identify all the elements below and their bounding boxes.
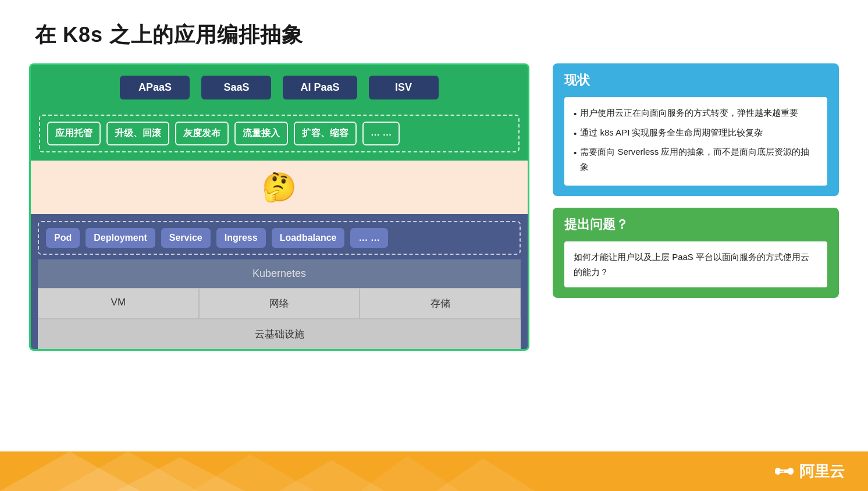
ingress-btn[interactable]: Ingress (216, 228, 266, 248)
loadbalance-btn[interactable]: Loadbalance (272, 228, 345, 248)
feature-upgrade[interactable]: 升级、回滚 (106, 122, 169, 145)
status-title: 现状 (564, 72, 827, 89)
question-box: 提出问题？ 如何才能让用户以及上层 PaaS 平台以面向服务的方式使用云的能力？ (553, 208, 839, 298)
saas-btn[interactable]: SaaS (201, 76, 271, 99)
question-text: 如何才能让用户以及上层 PaaS 平台以面向服务的方式使用云的能力？ (574, 250, 818, 279)
emoji-section: 🤔 (31, 161, 528, 214)
feature-hosting[interactable]: 应用托管 (47, 122, 101, 145)
resource-more-btn[interactable]: … … (350, 228, 387, 248)
question-body: 如何才能让用户以及上层 PaaS 平台以面向服务的方式使用云的能力？ (564, 241, 827, 287)
pod-btn[interactable]: Pod (46, 228, 80, 248)
vm-cell: VM (38, 288, 199, 319)
kubernetes-label: Kubernetes (38, 259, 521, 288)
deployment-btn[interactable]: Deployment (86, 228, 155, 248)
footer: ⊣ 阿里云 (0, 451, 868, 491)
main-content: APaaS SaaS AI PaaS ISV 应用托管 升级、回滚 灰度发布 流… (0, 63, 868, 351)
svg-text:⊣: ⊣ (779, 468, 785, 475)
aipaas-btn[interactable]: AI PaaS (283, 76, 357, 99)
aliyun-logo-icon: ⊣ (774, 461, 795, 482)
service-btn[interactable]: Service (161, 228, 211, 248)
bullet-1: • (574, 106, 577, 122)
svg-marker-6 (436, 458, 535, 491)
feature-more[interactable]: … … (362, 122, 400, 145)
confused-emoji: 🤔 (262, 171, 297, 204)
feature-traffic[interactable]: 流量接入 (234, 122, 288, 145)
status-text-3: 需要面向 Serverless 应用的抽象，而不是面向底层资源的抽象 (580, 144, 818, 174)
aliyun-text: 阿里云 (799, 461, 845, 482)
bullet-3: • (574, 145, 577, 161)
top-section: APaaS SaaS AI PaaS ISV (31, 65, 528, 110)
storage-cell: 存储 (360, 288, 521, 319)
diagram-outer: APaaS SaaS AI PaaS ISV 应用托管 升级、回滚 灰度发布 流… (29, 63, 529, 351)
question-title: 提出问题？ (564, 216, 827, 233)
status-box: 现状 • 用户使用云正在向面向服务的方式转变，弹性越来越重要 • 通过 k8s … (553, 63, 839, 196)
status-item-2: • 通过 k8s API 实现服务全生命周期管理比较复杂 (574, 125, 818, 141)
status-text-2: 通过 k8s API 实现服务全生命周期管理比较复杂 (580, 125, 763, 140)
apaas-btn[interactable]: APaaS (120, 76, 190, 99)
page-title: 在 K8s 之上的应用编排抽象 (0, 0, 868, 63)
feature-scaling[interactable]: 扩容、缩容 (294, 122, 357, 145)
status-item-1: • 用户使用云正在向面向服务的方式转变，弹性越来越重要 (574, 105, 818, 122)
aliyun-logo: ⊣ 阿里云 (774, 461, 845, 482)
status-item-3: • 需要面向 Serverless 应用的抽象，而不是面向底层资源的抽象 (574, 144, 818, 174)
bullet-2: • (574, 126, 577, 141)
status-text-1: 用户使用云正在向面向服务的方式转变，弹性越来越重要 (580, 105, 798, 120)
network-cell: 网络 (199, 288, 360, 319)
features-inner: 应用托管 升级、回滚 灰度发布 流量接入 扩容、缩容 … … (39, 115, 520, 152)
diagram-container: APaaS SaaS AI PaaS ISV 应用托管 升级、回滚 灰度发布 流… (29, 63, 529, 351)
footer-decoration (0, 451, 868, 491)
status-body: • 用户使用云正在向面向服务的方式转变，弹性越来越重要 • 通过 k8s API… (564, 97, 827, 186)
right-panel: 现状 • 用户使用云正在向面向服务的方式转变，弹性越来越重要 • 通过 k8s … (553, 63, 839, 351)
k8s-resources: Pod Deployment Service Ingress Loadbalan… (38, 221, 521, 255)
features-section: 应用托管 升级、回滚 灰度发布 流量接入 扩容、缩容 … … (31, 110, 528, 161)
feature-canary[interactable]: 灰度发布 (175, 122, 229, 145)
infra-grid: VM 网络 存储 (38, 288, 521, 319)
cloud-infra-row: 云基础设施 (38, 319, 521, 349)
bottom-section: Pod Deployment Service Ingress Loadbalan… (31, 214, 528, 349)
isv-btn[interactable]: ISV (369, 76, 439, 99)
